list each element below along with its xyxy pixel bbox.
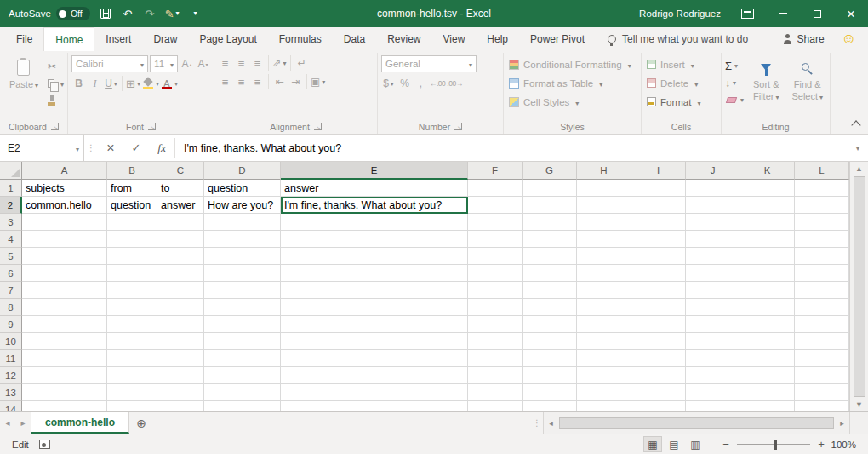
cell-E9[interactable] xyxy=(281,316,468,333)
cell-G7[interactable] xyxy=(523,282,577,299)
cell-H6[interactable] xyxy=(577,265,631,282)
cell-A4[interactable] xyxy=(22,231,107,248)
cell-H5[interactable] xyxy=(577,248,631,265)
cell-D9[interactable] xyxy=(204,316,281,333)
column-header-a[interactable]: A xyxy=(22,162,107,180)
previous-sheet-icon[interactable]: ◂ xyxy=(0,412,15,434)
tab-scroll-splitter[interactable] xyxy=(531,412,543,434)
zoom-in-button[interactable]: + xyxy=(814,438,829,451)
feedback-smiley-icon[interactable] xyxy=(842,31,856,48)
cell-D14[interactable] xyxy=(204,401,281,411)
tab-view[interactable]: View xyxy=(432,27,477,51)
cell-B13[interactable] xyxy=(107,384,157,401)
cell-B11[interactable] xyxy=(107,350,157,367)
cell-F2[interactable] xyxy=(468,197,523,214)
cell-I1[interactable] xyxy=(631,180,686,197)
cell-B9[interactable] xyxy=(107,316,157,333)
cell-F10[interactable] xyxy=(468,333,523,350)
cell-J12[interactable] xyxy=(686,367,740,384)
collapse-ribbon-button[interactable] xyxy=(851,120,860,129)
name-box[interactable]: E2 xyxy=(0,135,84,161)
horizontal-scroll-thumb[interactable] xyxy=(559,417,834,429)
cell-I11[interactable] xyxy=(631,350,686,367)
alignment-dialog-launcher[interactable] xyxy=(314,123,322,130)
bottom-align-button[interactable] xyxy=(250,55,265,71)
cell-I10[interactable] xyxy=(631,333,686,350)
tab-formulas[interactable]: Formulas xyxy=(268,27,333,51)
fill-color-button[interactable] xyxy=(142,76,159,91)
cell-G8[interactable] xyxy=(523,299,577,316)
cell-H3[interactable] xyxy=(577,214,631,231)
cell-J1[interactable] xyxy=(686,180,740,197)
page-layout-view-button[interactable] xyxy=(665,436,683,452)
cell-B1[interactable]: from xyxy=(107,180,157,197)
normal-view-button[interactable] xyxy=(643,436,662,452)
row-header-13[interactable]: 13 xyxy=(0,384,22,401)
tab-file[interactable]: File xyxy=(5,27,43,51)
cell-E6[interactable] xyxy=(281,265,468,282)
row-header-7[interactable]: 7 xyxy=(0,282,22,299)
cell-K1[interactable] xyxy=(740,180,795,197)
cell-L3[interactable] xyxy=(795,214,849,231)
cell-K11[interactable] xyxy=(740,350,795,367)
cell-E7[interactable] xyxy=(281,282,468,299)
align-right-button[interactable] xyxy=(250,74,265,89)
undo-button[interactable] xyxy=(121,9,134,20)
cell-L1[interactable] xyxy=(795,180,849,197)
orientation-button[interactable] xyxy=(272,55,287,71)
ink-pen-button[interactable] xyxy=(165,9,180,20)
cell-I2[interactable] xyxy=(631,197,686,214)
cell-L4[interactable] xyxy=(795,231,849,248)
redo-button[interactable] xyxy=(143,9,157,20)
tell-me-box[interactable]: Tell me what you want to do xyxy=(608,33,748,45)
formula-input[interactable]: I'm fine, thanks. What about you? xyxy=(175,135,848,161)
vertical-scroll-thumb[interactable] xyxy=(854,176,865,397)
cell-H13[interactable] xyxy=(577,384,631,401)
cell-A3[interactable] xyxy=(22,214,107,231)
align-left-button[interactable] xyxy=(218,74,232,89)
cell-J3[interactable] xyxy=(686,214,740,231)
cell-K9[interactable] xyxy=(740,316,795,333)
sort-filter-button[interactable]: Sort & Filter xyxy=(747,55,785,119)
cell-C2[interactable]: answer xyxy=(157,197,204,214)
cell-L10[interactable] xyxy=(795,333,849,350)
cell-J2[interactable] xyxy=(686,197,740,214)
column-header-e[interactable]: E xyxy=(281,162,468,180)
tab-power-pivot[interactable]: Power Pivot xyxy=(519,27,596,51)
cell-H7[interactable] xyxy=(577,282,631,299)
cell-D7[interactable] xyxy=(204,282,281,299)
cell-H11[interactable] xyxy=(577,350,631,367)
scroll-right-icon[interactable]: ▸ xyxy=(835,419,849,428)
fill-button[interactable] xyxy=(725,76,744,90)
cell-I3[interactable] xyxy=(631,214,686,231)
column-header-d[interactable]: D xyxy=(204,162,281,180)
cell-H4[interactable] xyxy=(577,231,631,248)
cell-C7[interactable] xyxy=(157,282,204,299)
cell-G2[interactable] xyxy=(523,197,577,214)
cell-H10[interactable] xyxy=(577,333,631,350)
cell-D2[interactable]: How are you? xyxy=(204,197,281,214)
tab-draw[interactable]: Draw xyxy=(142,27,188,51)
cell-I7[interactable] xyxy=(631,282,686,299)
cell-J11[interactable] xyxy=(686,350,740,367)
increase-decimal-button[interactable]: ←.00 xyxy=(430,76,445,91)
italic-button[interactable] xyxy=(88,76,102,91)
cell-L13[interactable] xyxy=(795,384,849,401)
cell-E11[interactable] xyxy=(281,350,468,367)
conditional-formatting-button[interactable]: Conditional Formatting xyxy=(507,55,637,73)
ribbon-display-options-icon[interactable] xyxy=(741,9,754,19)
cell-B3[interactable] xyxy=(107,214,157,231)
scroll-down-icon[interactable]: ▼ xyxy=(850,398,868,411)
font-name-select[interactable]: Calibri xyxy=(71,55,148,72)
cell-E5[interactable] xyxy=(281,248,468,265)
cell-E2[interactable]: I'm fine, thanks. What about you? xyxy=(281,197,468,214)
cell-H8[interactable] xyxy=(577,299,631,316)
tab-insert[interactable]: Insert xyxy=(94,27,142,51)
cell-E4[interactable] xyxy=(281,231,468,248)
cell-J13[interactable] xyxy=(686,384,740,401)
cell-C3[interactable] xyxy=(157,214,204,231)
cell-F13[interactable] xyxy=(468,384,523,401)
cell-L14[interactable] xyxy=(795,401,849,411)
format-as-table-button[interactable]: Format as Table xyxy=(507,74,637,92)
comma-style-button[interactable] xyxy=(414,76,428,91)
